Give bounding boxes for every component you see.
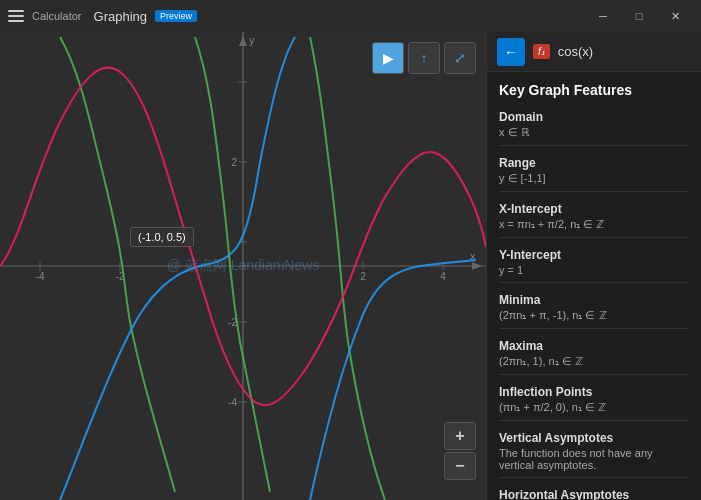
feature-label: Range xyxy=(499,156,689,170)
feature-divider xyxy=(499,477,689,478)
page-title: Graphing xyxy=(94,9,147,24)
feature-label: Maxima xyxy=(499,339,689,353)
main-content: y x -4 -2 2 4 2 -2 -4 xyxy=(0,32,701,500)
feature-value: x ∈ ℝ xyxy=(499,126,689,139)
title-bar-left: Calculator Graphing Preview xyxy=(8,9,577,24)
feature-item: Inflection Points(πn₁ + π/2, 0), n₁ ∈ ℤ xyxy=(499,385,689,421)
maximize-button[interactable]: □ xyxy=(621,0,657,32)
feature-label: Vertical Asymptotes xyxy=(499,431,689,445)
feature-value: x = πn₁ + π/2, n₁ ∈ ℤ xyxy=(499,218,689,231)
svg-text:y: y xyxy=(249,34,255,46)
title-bar: Calculator Graphing Preview ─ □ ✕ xyxy=(0,0,701,32)
feature-value: (πn₁ + π/2, 0), n₁ ∈ ℤ xyxy=(499,401,689,414)
feature-label: Minima xyxy=(499,293,689,307)
back-button[interactable]: ← xyxy=(497,38,525,66)
feature-value: y ∈ [-1,1] xyxy=(499,172,689,185)
fullscreen-tool-button[interactable]: ⤢ xyxy=(444,42,476,74)
preview-badge: Preview xyxy=(155,10,197,22)
svg-text:-4: -4 xyxy=(228,397,237,408)
feature-divider xyxy=(499,328,689,329)
feature-item: Minima(2πn₁ + π, -1), n₁ ∈ ℤ xyxy=(499,293,689,329)
feature-value: (2πn₁ + π, -1), n₁ ∈ ℤ xyxy=(499,309,689,322)
zoom-controls: + − xyxy=(444,422,476,480)
svg-text:-4: -4 xyxy=(36,271,45,282)
feature-value: The function does not have any vertical … xyxy=(499,447,689,471)
play-tool-button[interactable]: ▶ xyxy=(372,42,404,74)
feature-label: Y-Intercept xyxy=(499,248,689,262)
minimize-button[interactable]: ─ xyxy=(585,0,621,32)
svg-text:4: 4 xyxy=(440,271,446,282)
right-panel: ← f₁ cos(x) Key Graph Features Domainx ∈… xyxy=(486,32,701,500)
feature-item: Horizontal AsymptotesThe function does n… xyxy=(499,488,689,500)
hamburger-menu-icon[interactable] xyxy=(8,10,24,22)
function-badge: f₁ xyxy=(533,44,550,59)
panel-header: ← f₁ cos(x) xyxy=(487,32,701,72)
feature-item: Maxima(2πn₁, 1), n₁ ∈ ℤ xyxy=(499,339,689,375)
panel-content[interactable]: Key Graph Features Domainx ∈ ℝRangey ∈ [… xyxy=(487,72,701,500)
feature-label: Horizontal Asymptotes xyxy=(499,488,689,500)
feature-divider xyxy=(499,237,689,238)
graph-canvas: y x -4 -2 2 4 2 -2 -4 xyxy=(0,32,486,500)
feature-item: Vertical AsymptotesThe function does not… xyxy=(499,431,689,478)
app-label: Calculator xyxy=(32,10,82,22)
feature-divider xyxy=(499,282,689,283)
window-controls: ─ □ ✕ xyxy=(585,0,693,32)
feature-value: y = 1 xyxy=(499,264,689,276)
svg-text:2: 2 xyxy=(360,271,366,282)
feature-item: Domainx ∈ ℝ xyxy=(499,110,689,146)
svg-text:2: 2 xyxy=(231,157,237,168)
features-title: Key Graph Features xyxy=(499,82,689,98)
feature-label: Domain xyxy=(499,110,689,124)
zoom-out-button[interactable]: − xyxy=(444,452,476,480)
share-tool-button[interactable]: ↑ xyxy=(408,42,440,74)
features-list: Domainx ∈ ℝRangey ∈ [-1,1]X-Interceptx =… xyxy=(499,110,689,500)
close-button[interactable]: ✕ xyxy=(657,0,693,32)
feature-label: Inflection Points xyxy=(499,385,689,399)
feature-item: Rangey ∈ [-1,1] xyxy=(499,156,689,192)
feature-item: X-Interceptx = πn₁ + π/2, n₁ ∈ ℤ xyxy=(499,202,689,238)
graph-area[interactable]: y x -4 -2 2 4 2 -2 -4 xyxy=(0,32,486,500)
feature-divider xyxy=(499,145,689,146)
feature-divider xyxy=(499,374,689,375)
feature-divider xyxy=(499,420,689,421)
feature-value: (2πn₁, 1), n₁ ∈ ℤ xyxy=(499,355,689,368)
feature-item: Y-Intercepty = 1 xyxy=(499,248,689,283)
graph-toolbar: ▶ ↑ ⤢ xyxy=(372,42,476,74)
zoom-in-button[interactable]: + xyxy=(444,422,476,450)
function-expression: cos(x) xyxy=(558,44,593,59)
feature-label: X-Intercept xyxy=(499,202,689,216)
feature-divider xyxy=(499,191,689,192)
